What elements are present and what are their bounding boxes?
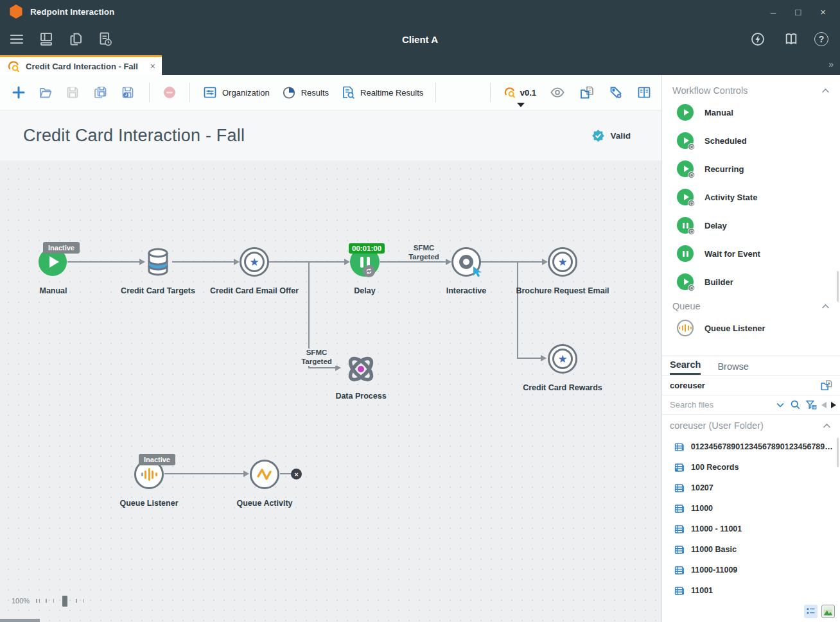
version-button[interactable]: v0.1 xyxy=(501,81,539,104)
palette-scrollbar[interactable] xyxy=(837,271,839,302)
palette-item-scheduled[interactable]: Scheduled xyxy=(662,126,840,155)
maximize-button[interactable]: □ xyxy=(795,7,801,17)
minimize-button[interactable]: – xyxy=(771,7,776,17)
node-label-queue-activity: Queue Activity xyxy=(210,499,319,508)
chevron-down-icon[interactable] xyxy=(775,400,785,410)
interaction-version-icon xyxy=(504,87,516,98)
table-file-icon xyxy=(674,442,685,453)
workflow-canvas[interactable]: SFMC Targeted SFMC Targeted Inactive Man… xyxy=(0,160,661,622)
node-label-delay: Delay xyxy=(310,286,419,295)
tab-credit-card-interaction[interactable]: Credit Card Interaction - Fall × xyxy=(0,55,162,75)
valid-seal-icon xyxy=(591,129,605,143)
search-scope-row[interactable]: coreuser xyxy=(662,376,840,395)
client-name: Client A xyxy=(0,34,840,45)
edge-targets-emailoffer xyxy=(172,261,234,263)
edge-delay-interactive xyxy=(380,261,446,263)
documentation-book-icon[interactable] xyxy=(781,29,801,49)
list-scrollbar[interactable] xyxy=(837,438,839,467)
results-button[interactable]: Results xyxy=(278,81,332,104)
file-row[interactable]: 11000 xyxy=(662,498,840,519)
connections-icon[interactable] xyxy=(748,29,768,49)
palette-section-header[interactable]: Queue xyxy=(672,301,830,311)
inactive-badge: Inactive xyxy=(43,242,80,254)
palette-item-activity-state[interactable]: Activity State xyxy=(662,183,840,211)
app-window: Redpoint Interaction – □ × Client A xyxy=(0,0,840,622)
search-panel: Search Browse coreuser coreuser (User F xyxy=(662,356,840,622)
palette-item-wait-for-event[interactable]: Wait for Event xyxy=(662,239,840,268)
help-icon[interactable]: ? xyxy=(814,32,828,46)
notebook-button[interactable] xyxy=(633,81,655,104)
node-brochure-request-email[interactable]: ★ xyxy=(548,247,577,277)
palette-item-delay[interactable]: Delay xyxy=(662,211,840,239)
new-button[interactable] xyxy=(8,81,30,104)
node-palette: Workflow Controls Manual Scheduled Recur… xyxy=(662,75,840,356)
table-file-icon xyxy=(674,585,685,596)
edge-label-sfmc-targeted: SFMC Targeted xyxy=(297,349,337,366)
table-file-fold-icon xyxy=(674,462,685,473)
tab-search[interactable]: Search xyxy=(670,359,701,375)
menu-bar: Client A ? xyxy=(0,23,840,55)
nav-next-icon[interactable] xyxy=(831,402,836,408)
save-copy-button[interactable] xyxy=(89,81,112,104)
file-row[interactable]: 11001 xyxy=(662,580,840,601)
table-file-icon xyxy=(674,544,685,555)
ring-icon: ★ xyxy=(552,349,573,369)
node-credit-card-email-offer[interactable]: ★ xyxy=(240,247,269,277)
node-credit-card-rewards[interactable]: ★ xyxy=(548,344,577,374)
workflow-toolbar: Organization Results Realtime Results xyxy=(0,75,661,110)
save-button[interactable] xyxy=(62,81,83,104)
file-row[interactable]: 11000 Basic xyxy=(662,539,840,560)
remove-node-icon[interactable]: × xyxy=(291,469,302,479)
tab-close-icon[interactable]: × xyxy=(150,61,155,71)
play-icon xyxy=(677,104,694,121)
node-data-process[interactable] xyxy=(344,352,378,388)
preview-eye-button[interactable] xyxy=(546,81,569,104)
stop-button[interactable] xyxy=(159,81,180,104)
edge-arrowhead xyxy=(234,259,240,265)
zoom-slider-thumb[interactable] xyxy=(62,596,67,607)
edge-branch-rewards-v xyxy=(517,262,518,359)
palette-item-manual[interactable]: Manual xyxy=(662,98,840,126)
canvas-horizontal-scrollbar[interactable] xyxy=(0,619,40,622)
folder-document-button[interactable] xyxy=(575,81,599,104)
canvas-zoom-control[interactable]: 100% xyxy=(12,594,84,607)
file-row[interactable]: 10207 xyxy=(662,478,840,498)
results-label: Results xyxy=(301,88,329,98)
search-files-input[interactable] xyxy=(670,400,771,410)
file-row[interactable]: 0123456789012345678901234567890... xyxy=(662,436,840,457)
node-credit-card-targets[interactable] xyxy=(144,247,172,279)
thumbnail-view-toggle[interactable] xyxy=(821,605,835,618)
file-row[interactable]: 11000 - 11001 xyxy=(662,519,840,539)
palette-section-header[interactable]: Workflow Controls xyxy=(672,85,830,96)
edge-branch-rewards-h xyxy=(517,358,541,359)
nav-previous-icon[interactable] xyxy=(821,402,827,408)
delay-time-badge: 00:01:00 xyxy=(349,243,385,254)
realtime-results-button[interactable]: Realtime Results xyxy=(337,81,426,104)
node-queue-activity[interactable] xyxy=(250,460,279,489)
close-button[interactable]: × xyxy=(820,7,826,17)
file-row[interactable]: 11000-11009 xyxy=(662,560,840,580)
organization-button[interactable]: Organization xyxy=(199,81,273,104)
search-icon[interactable] xyxy=(790,399,801,410)
file-row[interactable]: 100 Records xyxy=(662,457,840,478)
tag-button[interactable] xyxy=(605,81,627,104)
toolbar-collapse-caret[interactable] xyxy=(517,103,525,107)
node-interactive[interactable] xyxy=(451,247,481,277)
tab-overflow-icon[interactable]: » xyxy=(828,59,832,69)
edge-label-sfmc-targeted: SFMC Targeted xyxy=(404,244,444,261)
folder-document-icon[interactable] xyxy=(819,378,834,392)
save-all-button[interactable] xyxy=(117,81,140,104)
palette-item-builder[interactable]: Builder xyxy=(662,268,840,296)
folder-group-header[interactable]: coreuser (User Folder) xyxy=(662,415,840,436)
node-label-credit-card-email-offer: Credit Card Email Offer xyxy=(200,286,309,295)
open-folder-button[interactable] xyxy=(35,81,57,104)
play-clock-icon xyxy=(677,132,694,149)
edge-queuelistener-queueactivity xyxy=(164,473,244,474)
palette-item-queue-listener[interactable]: Queue Listener xyxy=(662,314,840,342)
section-title: Workflow Controls xyxy=(672,85,748,96)
tab-browse[interactable]: Browse xyxy=(717,361,748,375)
filter-icon[interactable] xyxy=(805,399,817,410)
right-sidebar: Workflow Controls Manual Scheduled Recur… xyxy=(661,75,840,622)
list-view-toggle[interactable] xyxy=(804,605,818,618)
palette-item-recurring[interactable]: Recurring xyxy=(662,155,840,183)
